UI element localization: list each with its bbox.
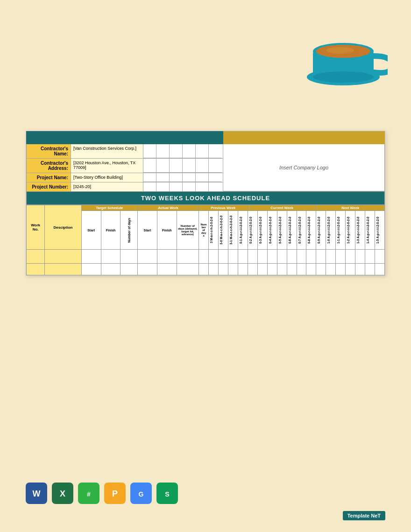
svg-point-3 — [313, 71, 374, 83]
desc-cell — [45, 250, 81, 264]
svg-text:#: # — [87, 490, 91, 498]
next-6 — [365, 250, 375, 264]
filler-cell — [209, 173, 222, 182]
filler-cell — [209, 144, 222, 158]
th-next-week: Next Week — [316, 205, 385, 211]
project-name-value: [Two-Story Office Building] — [71, 173, 143, 182]
filler-cell — [170, 144, 183, 158]
pages-icon[interactable]: P — [104, 483, 126, 504]
app-icons: W X # P G S — [26, 483, 178, 504]
svg-text:X: X — [60, 489, 65, 498]
th-previous-week: Previous Week — [198, 205, 248, 211]
svg-text:W: W — [33, 489, 41, 498]
filler-cell — [143, 182, 156, 191]
info-left: Contractor's Name: [Van Construction Ser… — [27, 144, 223, 191]
prev-5 — [238, 250, 248, 264]
th-day-curr-4: 0-5 A-p-r-i-l-2-0-2-0 — [277, 211, 287, 250]
filler-cell — [156, 159, 170, 173]
th-day-next-5: 1-3 A-p-r-i-l-2-0-2-0 — [355, 211, 365, 250]
filler-cell — [183, 144, 196, 158]
th-act-start: Start — [138, 211, 157, 250]
svg-point-6 — [342, 51, 356, 55]
th-day-prev-4: 3-1 M-a-r-c-h-2-0-2-0 — [228, 211, 238, 250]
desc-cell — [45, 264, 81, 275]
curr-2 — [257, 250, 267, 264]
coffee-decoration — [299, 5, 388, 95]
th-day-next-4: 1-2 A-p-r-i-l-2-0-2-0 — [346, 211, 355, 250]
th-day-curr-6: 0-7 A-p-r-i-l-2-0-2-0 — [297, 211, 306, 250]
logo-placeholder: Insert Company Logo — [223, 144, 384, 191]
document: Contractor's Name: [Van Construction Ser… — [26, 131, 385, 276]
filler-cell — [156, 144, 170, 158]
filler-cell — [183, 159, 196, 173]
excel-icon[interactable]: X — [52, 483, 73, 504]
filler-cell — [209, 159, 222, 173]
project-number-label: Project Number: — [27, 182, 71, 191]
sheets-icon[interactable]: S — [156, 483, 178, 504]
contractor-name-label: Contractor's Name: — [27, 144, 71, 158]
prev-1 — [198, 250, 208, 264]
filler-cell — [196, 144, 209, 158]
next-5 — [355, 250, 365, 264]
next-4 — [346, 250, 355, 264]
doc-header — [26, 131, 385, 144]
schedule-container: WorkNo. Desciption Target Schedule Actua… — [26, 205, 385, 275]
filler-cell — [156, 182, 170, 191]
docs-icon[interactable]: G — [130, 483, 152, 504]
finish-cell — [101, 250, 120, 264]
next-1 — [316, 250, 326, 264]
th-day-curr-3: 0-4 A-p-r-i-l-2-0-2-0 — [267, 211, 277, 250]
filler-cell — [196, 159, 209, 173]
header-gold — [223, 131, 385, 144]
th-work-no: WorkNo. — [27, 205, 45, 250]
th-day-curr-2: 0-3 A-p-r-i-l-2-0-2-0 — [257, 211, 267, 250]
next-3 — [336, 250, 346, 264]
th-act-days: Number of days (delayed, target hit, adv… — [177, 211, 198, 250]
th-actual-work: Actual Work — [138, 205, 199, 211]
th-act-finish: Finish — [157, 211, 177, 250]
filler-cell — [156, 173, 170, 182]
th-start: Start — [81, 211, 101, 250]
act-start-cell — [138, 250, 157, 264]
th-day-prev-3: 3-0 M-a-r-c-h-2-0-2-0 — [219, 211, 228, 250]
filler-cell — [183, 182, 196, 191]
curr-5 — [287, 250, 297, 264]
filler-cell — [143, 144, 156, 158]
schedule-title: TWO WEEKS LOOK AHEAD SCHEDULE — [26, 192, 385, 205]
prev-3 — [219, 250, 228, 264]
curr-3 — [267, 250, 277, 264]
project-name-label: Project Name: — [27, 173, 71, 182]
contractor-address-value: [3202 Houston Ave., Houston, TX 77009] — [71, 159, 143, 173]
project-number-row: Project Number: [3245-20] — [27, 182, 223, 191]
svg-text:S: S — [165, 490, 169, 498]
word-icon[interactable]: W — [26, 483, 47, 504]
work-no-cell — [27, 250, 45, 264]
prev-2 — [209, 250, 219, 264]
contractor-name-value: [Van Construction Services Corp.] — [71, 144, 143, 158]
th-target-schedule: Target Schedule — [81, 205, 137, 211]
curr-7 — [306, 250, 316, 264]
th-day-prev-1: Numberofdays — [198, 211, 208, 250]
svg-text:G: G — [139, 490, 144, 498]
curr-1 — [248, 250, 257, 264]
numbers-icon[interactable]: # — [78, 483, 99, 504]
th-description: Desciption — [45, 205, 81, 250]
filler-cell — [170, 173, 183, 182]
table-row — [27, 264, 385, 275]
filler-cell — [183, 173, 196, 182]
contractor-name-row: Contractor's Name: [Van Construction Ser… — [27, 144, 223, 159]
next-7 — [375, 250, 384, 264]
th-day-curr-1: 0-2 A-p-r-i-l-2-0-2-0 — [248, 211, 257, 250]
filler-cell — [170, 159, 183, 173]
th-num-days: Number of days — [120, 211, 138, 250]
next-2 — [326, 250, 336, 264]
filler-cell — [143, 173, 156, 182]
curr-4 — [277, 250, 287, 264]
th-day-prev-5: 0-1 A-p-r-i-l-2-0-2-0 — [238, 211, 248, 250]
curr-6 — [297, 250, 306, 264]
watermark: Template NeT — [343, 511, 385, 520]
days-cell — [120, 250, 138, 264]
svg-text:P: P — [112, 489, 118, 498]
th-current-week: Current Week — [248, 205, 316, 211]
filler-cell — [170, 182, 183, 191]
